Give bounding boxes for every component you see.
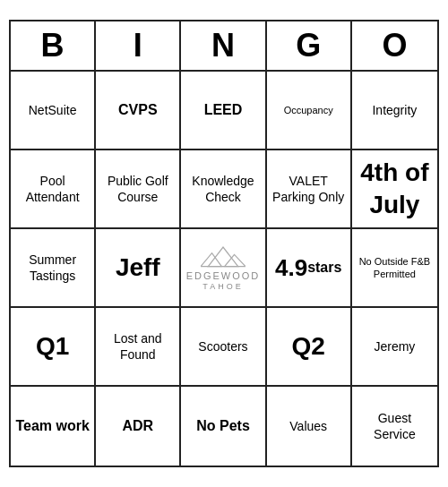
cell-text: Q2	[292, 330, 325, 363]
bingo-cell-r2c2: Public Golf Course	[96, 150, 181, 229]
bingo-cell-r2c4: VALET Parking Only	[267, 150, 352, 229]
bingo-cell-r1c4: Occupancy	[267, 72, 352, 150]
cell-text: Occupancy	[284, 104, 333, 116]
cell-text: Public Golf Course	[99, 173, 176, 205]
header-letter: I	[96, 21, 181, 70]
cell-text: NetSuite	[29, 102, 77, 118]
bingo-cell-r3c4: 4.9stars	[267, 229, 352, 308]
header-letter: O	[352, 21, 437, 70]
cell-text: Jeremy	[374, 338, 415, 355]
bingo-cell-r3c1: Summer Tastings	[11, 229, 96, 308]
cell-text: ADR	[122, 417, 153, 436]
bingo-cell-r4c5: Jeremy	[352, 308, 437, 387]
svg-marker-2	[225, 254, 246, 266]
bingo-cell-r4c2: Lost and Found	[96, 308, 181, 387]
stars-number: 4.9	[275, 256, 307, 279]
bingo-cell-r1c5: Integrity	[352, 72, 437, 150]
cell-text: Pool Attendant	[14, 173, 90, 205]
header-letter: G	[267, 21, 352, 70]
bingo-cell-r5c1: Team work	[11, 387, 96, 466]
edgewood-label: EDGEWOOD	[186, 269, 261, 282]
cell-text: Values	[289, 418, 327, 434]
bingo-cell-r4c3: Scooters	[181, 308, 266, 387]
cell-text: Summer Tastings	[14, 252, 90, 284]
bingo-cell-r2c5: 4th of July	[352, 150, 437, 229]
header-letter: N	[181, 21, 266, 70]
cell-text: Scooters	[198, 338, 247, 355]
svg-marker-1	[201, 253, 221, 267]
bingo-header: BINGO	[11, 21, 437, 72]
bingo-cell-r2c1: Pool Attendant	[11, 150, 96, 229]
bingo-card: BINGO NetSuiteCVPSLEEDOccupancyIntegrity…	[9, 20, 439, 467]
cell-text: Lost and Found	[99, 330, 176, 363]
bingo-cell-r1c3: LEED	[181, 72, 266, 150]
bingo-cell-r5c5: Guest Service	[352, 387, 437, 466]
bingo-cell-r3c2: Jeff	[96, 229, 181, 308]
header-letter: B	[11, 21, 96, 70]
mountain-logo-icon	[201, 243, 246, 269]
bingo-cell-r5c4: Values	[267, 387, 352, 466]
cell-text: Q1	[36, 330, 69, 363]
bingo-grid: NetSuiteCVPSLEEDOccupancyIntegrityPool A…	[11, 72, 437, 466]
cell-text: VALET Parking Only	[271, 173, 347, 205]
cell-text: Knowledge Check	[185, 173, 261, 205]
cell-text: Jeff	[116, 252, 160, 284]
bingo-cell-r4c1: Q1	[11, 308, 96, 387]
svg-marker-0	[208, 247, 237, 267]
cell-text: Team work	[15, 417, 89, 436]
bingo-cell-r1c2: CVPS	[96, 72, 181, 150]
cell-text: Guest Service	[356, 410, 434, 442]
cell-text: No Pets	[196, 417, 250, 436]
cell-text: Integrity	[372, 102, 417, 118]
tahoe-label: TAHOE	[202, 282, 243, 293]
bingo-cell-r4c4: Q2	[267, 308, 352, 387]
cell-text: No Outside F&B Permitted	[356, 255, 434, 281]
bingo-cell-r5c3: No Pets	[181, 387, 266, 466]
stars-label: stars	[307, 259, 341, 278]
bingo-cell-r1c1: NetSuite	[11, 72, 96, 150]
bingo-cell-r3c3: EDGEWOODTAHOE	[181, 229, 266, 308]
bingo-cell-r5c2: ADR	[96, 387, 181, 466]
bingo-cell-r2c3: Knowledge Check	[181, 150, 266, 229]
cell-text: LEED	[204, 101, 243, 120]
cell-text: 4th of July	[356, 157, 434, 222]
bingo-cell-r3c5: No Outside F&B Permitted	[352, 229, 437, 308]
cell-text: CVPS	[118, 101, 158, 120]
